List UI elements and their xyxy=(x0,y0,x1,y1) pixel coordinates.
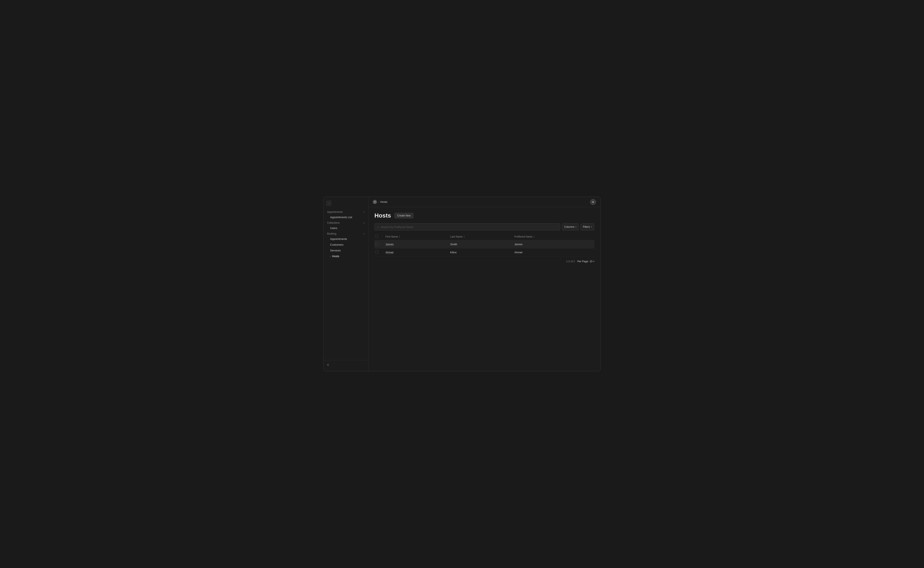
sort-asc-icon-3[interactable]: ▲ xyxy=(533,235,535,237)
sort-icons-preffered-name: ▲ ▼ xyxy=(533,235,535,238)
header-first-name: First Name ▲ ▼ xyxy=(383,233,448,240)
per-page-button[interactable]: Per Page: 10 ▾ xyxy=(577,260,594,263)
header-last-name: Last Name ▲ ▼ xyxy=(448,233,512,240)
select-all-checkbox[interactable] xyxy=(375,235,378,238)
cell-preffered-name-0: James xyxy=(512,240,594,248)
sidebar: ‹ Appointments ∧ Appointments List Colle… xyxy=(324,197,369,371)
main-content: ↺ / Hosts ◉ Hosts Create New ⌕ xyxy=(369,197,600,371)
page-header: Hosts Create New xyxy=(374,212,594,219)
row-checkbox-col-1 xyxy=(374,248,383,257)
arrow-right-icon: › xyxy=(330,255,331,258)
sort-desc-icon-2[interactable]: ▼ xyxy=(463,237,465,238)
sort-asc-icon[interactable]: ▲ xyxy=(399,235,401,237)
row-checkbox-0[interactable] xyxy=(375,242,378,245)
table-header: First Name ▲ ▼ Last Name xyxy=(374,233,594,240)
cell-preffered-name-1: Ahmet xyxy=(512,248,594,257)
sidebar-section-collections[interactable]: Collections ∧ xyxy=(324,220,368,225)
breadcrumb-current: Hosts xyxy=(380,200,387,204)
sidebar-footer: ⎋ xyxy=(324,360,368,369)
chevron-down-icon: ▾ xyxy=(575,226,576,228)
sort-desc-icon[interactable]: ▼ xyxy=(399,237,401,238)
filters-button[interactable]: Filters ▾ xyxy=(581,223,594,231)
chevron-down-icon-2: ▾ xyxy=(591,226,592,228)
sort-icons-first-name: ▲ ▼ xyxy=(399,235,401,238)
breadcrumb-separator: / xyxy=(378,200,379,204)
sort-icons-last-name: ▲ ▼ xyxy=(463,235,465,238)
avatar-icon: ◉ xyxy=(592,201,594,203)
header-preffered-name: Preffered Name ▲ ▼ xyxy=(512,233,594,240)
chevron-up-icon-3: ∧ xyxy=(363,233,365,235)
data-table: First Name ▲ ▼ Last Name xyxy=(374,233,594,257)
cell-last-name-0: Smith xyxy=(448,240,512,248)
sort-desc-icon-3[interactable]: ▼ xyxy=(533,237,535,238)
columns-button[interactable]: Columns ▾ xyxy=(562,223,579,231)
table-row: Ahmet Kilinc Ahmet xyxy=(374,248,594,257)
page-title: Hosts xyxy=(374,212,391,219)
toolbar: ⌕ Columns ▾ Filters ▾ xyxy=(374,223,594,231)
chevron-up-icon-2: ∧ xyxy=(363,222,365,224)
search-input[interactable] xyxy=(381,225,558,229)
sidebar-item-services[interactable]: Services xyxy=(325,248,367,253)
pagination-summary: 1-2 of 2 xyxy=(566,260,575,263)
table-row: James Smith James xyxy=(374,240,594,248)
logout-button[interactable]: ⎋ xyxy=(327,363,365,366)
user-avatar[interactable]: ◉ xyxy=(590,199,596,205)
chevron-up-icon: ∧ xyxy=(363,211,365,213)
search-container: ⌕ xyxy=(374,223,560,231)
sort-asc-icon-2[interactable]: ▲ xyxy=(463,235,465,237)
app-window: ‹ Appointments ∧ Appointments List Colle… xyxy=(324,196,600,372)
search-icon: ⌕ xyxy=(377,225,379,229)
cell-first-name-1: Ahmet xyxy=(383,248,448,257)
sidebar-item-appointments[interactable]: Appointments xyxy=(325,236,367,242)
sidebar-collapse-button[interactable]: ‹ xyxy=(326,201,331,206)
sidebar-item-hosts[interactable]: › Hosts xyxy=(325,253,367,259)
cell-first-name-0: James xyxy=(383,240,448,248)
row-checkbox-col-0 xyxy=(374,240,383,248)
page-content: Hosts Create New ⌕ Columns ▾ Filters ▾ xyxy=(369,207,600,371)
row-checkbox-1[interactable] xyxy=(375,251,378,254)
sidebar-section-appointments[interactable]: Appointments ∧ xyxy=(324,209,368,215)
sidebar-item-users[interactable]: Users xyxy=(325,225,367,231)
top-bar: ↺ / Hosts ◉ xyxy=(369,197,600,207)
sidebar-section-booking[interactable]: Booking ∧ xyxy=(324,231,368,236)
per-page-chevron-icon: ▾ xyxy=(593,260,594,263)
cell-last-name-1: Kilinc xyxy=(448,248,512,257)
logout-icon: ⎋ xyxy=(327,363,329,366)
header-checkbox-col xyxy=(374,233,383,240)
create-new-button[interactable]: Create New xyxy=(395,213,413,218)
per-page-value: 10 xyxy=(590,260,593,263)
sidebar-item-customers[interactable]: Customers xyxy=(325,242,367,248)
per-page-label: Per Page: xyxy=(577,260,588,263)
sidebar-item-appointments-list[interactable]: Appointments List xyxy=(325,215,367,220)
first-name-link-0[interactable]: James xyxy=(386,243,393,246)
app-logo[interactable]: ↺ xyxy=(373,200,377,204)
breadcrumb: ↺ / Hosts xyxy=(373,200,387,204)
table-body: James Smith James Ahmet Kilinc Ahmet xyxy=(374,240,594,257)
pagination-bar: 1-2 of 2 Per Page: 10 ▾ xyxy=(374,260,594,263)
first-name-link-1[interactable]: Ahmet xyxy=(386,251,393,254)
app-inner: ‹ Appointments ∧ Appointments List Colle… xyxy=(324,197,600,371)
